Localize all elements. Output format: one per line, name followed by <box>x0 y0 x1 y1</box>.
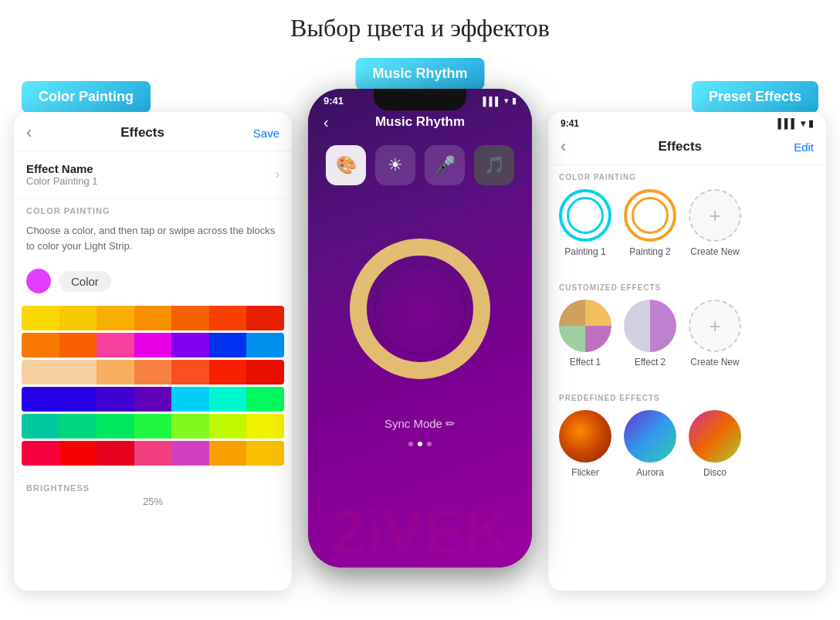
right-back-button[interactable]: ‹ <box>561 137 566 157</box>
sync-mode[interactable]: Sync Mode ✏ <box>308 417 532 431</box>
left-screen-header: ‹ Effects Save <box>14 112 292 151</box>
effect-1-item[interactable]: Effect 1 <box>559 300 611 368</box>
color-cell[interactable] <box>59 360 97 385</box>
aurora-item[interactable]: Aurora <box>624 410 676 478</box>
painting-effects-grid: Painting 1 Painting 2 + Create New <box>559 189 815 257</box>
create-new-custom-circle[interactable]: + <box>689 300 741 352</box>
microphone-button[interactable]: 🎤 <box>425 145 465 185</box>
color-cell[interactable] <box>246 414 284 439</box>
color-cell[interactable] <box>209 441 247 466</box>
save-button[interactable]: Save <box>253 127 279 140</box>
color-cell[interactable] <box>134 306 172 330</box>
color-cell[interactable] <box>97 333 134 357</box>
color-cell[interactable] <box>97 387 134 412</box>
predefined-effects-section: PREDEFINED EFFECTS Flicker Aurora Disco <box>548 386 826 496</box>
badge-music-rhythm: Music Rhythm <box>355 58 484 90</box>
color-cell[interactable] <box>171 441 209 466</box>
disco-circle[interactable] <box>689 410 741 462</box>
color-row-3[interactable] <box>22 360 284 385</box>
color-painting-label: COLOR PAINTING <box>14 198 292 219</box>
color-cell[interactable] <box>59 441 97 466</box>
color-cell[interactable] <box>134 360 172 385</box>
color-cell[interactable] <box>22 387 59 412</box>
color-cell[interactable] <box>134 333 172 357</box>
color-cell[interactable] <box>246 360 284 385</box>
icon-buttons-row: 🎨 ☀ 🎤 🎵 <box>308 137 532 193</box>
brightness-button[interactable]: ☀ <box>375 145 415 185</box>
effect-name-row[interactable]: Effect Name Color Painting 1 › <box>14 151 292 198</box>
painting-1-circle[interactable] <box>559 189 611 242</box>
effect-2-item[interactable]: Effect 2 <box>624 300 676 368</box>
effect-2-circle[interactable] <box>624 300 676 352</box>
flicker-circle[interactable] <box>559 410 611 462</box>
color-cell[interactable] <box>59 333 97 357</box>
brightness-value: 25% <box>26 496 279 507</box>
aurora-circle[interactable] <box>624 410 676 462</box>
color-cell[interactable] <box>171 306 209 330</box>
phone-dots <box>308 442 532 446</box>
back-button[interactable]: ‹ <box>26 123 32 143</box>
edit-button[interactable]: Edit <box>794 141 814 154</box>
color-cell[interactable] <box>209 360 247 385</box>
color-cell[interactable] <box>209 387 247 412</box>
color-cell[interactable] <box>22 333 59 357</box>
effect-2-label: Effect 2 <box>635 357 666 368</box>
color-cell[interactable] <box>22 360 59 385</box>
color-cell[interactable] <box>171 360 209 385</box>
brightness-label: BRIGHTNESS <box>26 483 279 493</box>
flicker-item[interactable]: Flicker <box>559 410 611 478</box>
color-cell[interactable] <box>22 306 59 330</box>
dot-2 <box>418 442 422 446</box>
color-cell[interactable] <box>171 333 209 357</box>
color-cell[interactable] <box>134 387 172 412</box>
color-cell[interactable] <box>59 414 97 439</box>
color-cell[interactable] <box>209 414 247 439</box>
create-new-painting-circle[interactable]: + <box>689 189 741 242</box>
color-cell[interactable] <box>246 306 284 330</box>
right-wifi-icon: ▾ <box>801 118 805 129</box>
color-cell[interactable] <box>246 387 284 412</box>
color-cell[interactable] <box>22 414 59 439</box>
color-cell[interactable] <box>97 360 134 385</box>
color-cell[interactable] <box>246 333 284 357</box>
create-new-painting-item[interactable]: + Create New <box>689 189 741 257</box>
painting-2-circle[interactable] <box>624 189 676 242</box>
color-wheel-button[interactable]: 🎨 <box>326 145 366 185</box>
status-time: 9:41 <box>323 95 344 107</box>
center-phone: 9:41 ▌▌▌ ▾ ▮ ‹ Music Rhythm 🎨 ☀ 🎤 🎵 <box>308 89 532 567</box>
painting-2-item[interactable]: Painting 2 <box>624 189 676 257</box>
color-cell[interactable] <box>97 414 134 439</box>
color-cell[interactable] <box>171 414 209 439</box>
color-cell[interactable] <box>209 333 247 357</box>
color-row-2[interactable] <box>22 333 284 357</box>
battery-icon: ▮ <box>512 96 517 106</box>
spotify-button[interactable]: 🎵 <box>474 145 514 185</box>
color-cell[interactable] <box>134 414 172 439</box>
page-title: Выбор цвета и эффектов <box>0 0 840 50</box>
create-new-custom-item[interactable]: + Create New <box>689 300 741 368</box>
color-row-5[interactable] <box>22 414 284 439</box>
color-row-1[interactable] <box>22 306 284 330</box>
wifi-icon: ▾ <box>504 96 509 106</box>
create-new-painting-label: Create New <box>690 246 739 257</box>
color-cell[interactable] <box>97 441 134 466</box>
color-row: Color <box>14 261 292 301</box>
color-cell[interactable] <box>134 441 172 466</box>
color-circle[interactable] <box>26 269 51 293</box>
color-cell[interactable] <box>97 306 134 330</box>
color-cell[interactable] <box>59 387 97 412</box>
color-cell[interactable] <box>22 441 59 466</box>
color-cell[interactable] <box>59 306 97 330</box>
color-cell[interactable] <box>209 306 247 330</box>
color-painting-section: COLOR PAINTING Painting 1 Painting 2 + C… <box>548 165 826 276</box>
color-cell[interactable] <box>246 441 284 466</box>
painting-1-item[interactable]: Painting 1 <box>559 189 611 257</box>
color-row-6[interactable] <box>22 441 284 466</box>
music-back-button[interactable]: ‹ <box>323 113 329 131</box>
color-label[interactable]: Color <box>59 271 111 292</box>
effect-1-circle[interactable] <box>559 300 611 352</box>
disco-label: Disco <box>703 467 727 478</box>
color-row-4[interactable] <box>22 387 284 412</box>
color-cell[interactable] <box>171 387 209 412</box>
disco-item[interactable]: Disco <box>689 410 741 478</box>
